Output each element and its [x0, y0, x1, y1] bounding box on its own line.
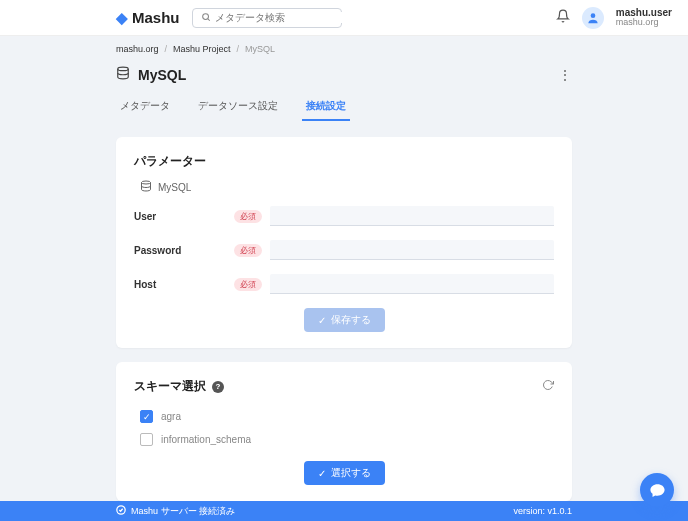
checkbox-unchecked-icon[interactable]: [140, 433, 153, 446]
host-row: Host 必須: [134, 274, 554, 294]
schema-item[interactable]: ✓ agra: [134, 405, 554, 428]
password-row: Password 必須: [134, 240, 554, 260]
user-org: mashu.org: [616, 18, 672, 28]
breadcrumb-sep: /: [165, 44, 168, 54]
password-label: Password: [134, 245, 234, 256]
select-button[interactable]: ✓ 選択する: [304, 461, 385, 485]
database-icon: [140, 180, 152, 194]
bell-icon[interactable]: [556, 9, 570, 26]
footer-bar: Mashu サーバー 接続済み version: v1.0.1: [0, 501, 688, 521]
svg-point-3: [118, 67, 129, 71]
host-input[interactable]: [270, 274, 554, 294]
page-title: MySQL: [138, 67, 186, 83]
tabs: メタデータ データソース設定 接続設定: [0, 93, 688, 121]
user-label: User: [134, 211, 234, 222]
search-input[interactable]: [215, 12, 342, 23]
app-header: ◆ Mashu mashu.user mashu.org: [0, 0, 688, 36]
db-subheader: MySQL: [140, 180, 554, 194]
brand-name: Mashu: [132, 9, 180, 26]
schema-item[interactable]: information_schema: [134, 428, 554, 451]
breadcrumb-item[interactable]: mashu.org: [116, 44, 159, 54]
kebab-menu-icon[interactable]: ⋮: [558, 67, 572, 83]
parameters-card: パラメーター MySQL User 必須 Password 必須 Host 必須…: [116, 137, 572, 348]
drop-icon: ◆: [116, 9, 128, 27]
svg-point-2: [591, 13, 596, 18]
db-type-label: MySQL: [158, 182, 191, 193]
svg-line-1: [207, 18, 209, 20]
breadcrumb-sep: /: [237, 44, 240, 54]
header-right: mashu.user mashu.org: [556, 7, 672, 29]
svg-point-0: [202, 13, 208, 19]
save-label: 保存する: [331, 313, 371, 327]
footer-version: version: v1.0.1: [513, 506, 572, 516]
brand-logo[interactable]: ◆ Mashu: [116, 9, 180, 27]
title-row: MySQL ⋮: [0, 62, 688, 83]
chat-fab[interactable]: [640, 473, 674, 507]
avatar[interactable]: [582, 7, 604, 29]
tab-connection[interactable]: 接続設定: [302, 93, 350, 121]
user-input[interactable]: [270, 206, 554, 226]
search-icon: [201, 12, 211, 24]
password-input[interactable]: [270, 240, 554, 260]
parameters-title: パラメーター: [134, 153, 554, 170]
required-badge: 必須: [234, 278, 262, 291]
select-label: 選択する: [331, 466, 371, 480]
host-label: Host: [134, 279, 234, 290]
user-meta[interactable]: mashu.user mashu.org: [616, 7, 672, 28]
breadcrumb-current: MySQL: [245, 44, 275, 54]
svg-point-4: [142, 181, 151, 184]
tab-datasource[interactable]: データソース設定: [194, 93, 282, 121]
schema-title: スキーマ選択 ?: [134, 378, 554, 395]
required-badge: 必須: [234, 210, 262, 223]
schema-label: information_schema: [161, 434, 251, 445]
help-icon[interactable]: ?: [212, 381, 224, 393]
search-box[interactable]: [192, 8, 342, 28]
chat-icon: [649, 482, 666, 499]
required-badge: 必須: [234, 244, 262, 257]
breadcrumb-item[interactable]: Mashu Project: [173, 44, 231, 54]
content: パラメーター MySQL User 必須 Password 必須 Host 必須…: [0, 121, 688, 521]
check-icon: ✓: [318, 468, 326, 479]
schema-label: agra: [161, 411, 181, 422]
footer-status: Mashu サーバー 接続済み: [131, 505, 235, 518]
tab-metadata[interactable]: メタデータ: [116, 93, 174, 121]
schema-title-text: スキーマ選択: [134, 378, 206, 395]
status-ok-icon: [116, 505, 126, 517]
schema-card: スキーマ選択 ? ✓ agra information_schema ✓ 選択す…: [116, 362, 572, 501]
breadcrumb: mashu.org / Mashu Project / MySQL: [0, 36, 688, 62]
checkbox-checked-icon[interactable]: ✓: [140, 410, 153, 423]
check-icon: ✓: [318, 315, 326, 326]
save-button[interactable]: ✓ 保存する: [304, 308, 385, 332]
refresh-icon[interactable]: [542, 379, 554, 394]
database-icon: [116, 66, 130, 83]
user-row: User 必須: [134, 206, 554, 226]
